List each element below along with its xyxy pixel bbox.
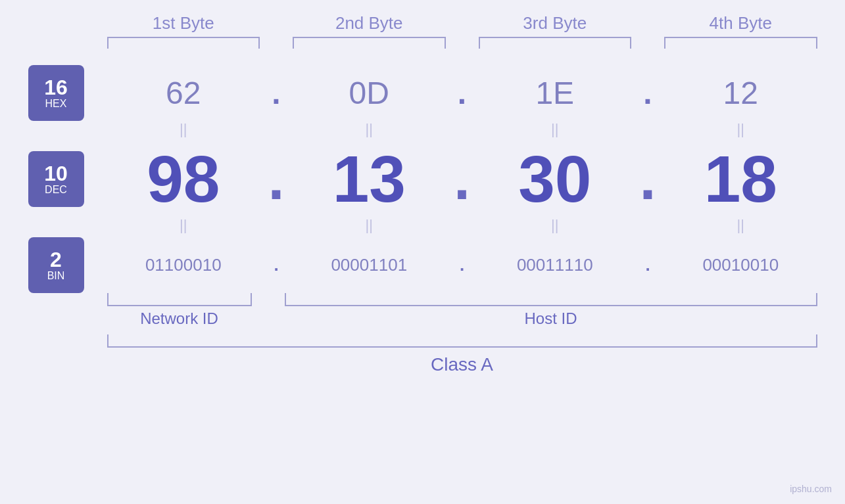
eq-2c: ||: [479, 217, 632, 234]
hex-val-1: 62: [107, 75, 260, 111]
hex-badge: 16 HEX: [28, 65, 84, 121]
watermark: ipshu.com: [790, 484, 832, 494]
host-bracket: [285, 293, 817, 306]
network-id-label: Network ID: [107, 309, 252, 328]
class-label: Class A: [107, 354, 817, 375]
bottom-labels-row: Network ID Host ID: [28, 309, 817, 328]
byte2-header: 2nd Byte: [293, 13, 446, 34]
byte-headers-row: 1st Byte 2nd Byte 3rd Byte 4th Byte: [28, 13, 817, 34]
hex-dot-2: .: [446, 75, 479, 111]
ip-grid: 1st Byte 2nd Byte 3rd Byte 4th Byte 16: [28, 13, 817, 375]
eq-row-1: || || || ||: [28, 121, 817, 138]
eq-2d: ||: [664, 217, 817, 234]
class-bracket: [107, 334, 817, 348]
host-id-label: Host ID: [285, 309, 817, 328]
dec-val-1: 98: [107, 141, 260, 217]
dec-base-number: 10: [44, 163, 68, 184]
byte1-header: 1st Byte: [107, 13, 260, 34]
dec-val-2: 13: [293, 141, 446, 217]
bin-base-label: BIN: [47, 270, 65, 282]
hex-base-label: HEX: [45, 98, 67, 110]
bin-badge-cell: 2 BIN: [28, 237, 107, 293]
network-bracket: [107, 293, 252, 306]
hex-val-3: 1E: [479, 75, 632, 111]
hex-badge-cell: 16 HEX: [28, 65, 107, 121]
hex-val-2: 0D: [293, 75, 446, 111]
bin-val-4: 00010010: [664, 255, 817, 275]
hex-val-4: 12: [664, 75, 817, 111]
hex-dot-3: .: [631, 75, 664, 111]
dec-dot-3: .: [631, 145, 664, 213]
bin-dot-1: .: [260, 255, 293, 275]
hex-base-number: 16: [44, 77, 68, 98]
bin-val-1: 01100010: [107, 255, 260, 275]
class-bracket-container: [28, 334, 817, 348]
dec-badge-cell: 10 DEC: [28, 151, 107, 207]
bin-val-2: 00001101: [293, 255, 446, 275]
bin-val-3: 00011110: [479, 255, 632, 275]
bottom-brackets-row: [28, 293, 817, 306]
bin-base-number: 2: [50, 249, 62, 270]
bin-dot-2: .: [446, 255, 479, 275]
bin-dot-3: .: [631, 255, 664, 275]
dec-base-label: DEC: [45, 184, 67, 196]
dec-val-3: 30: [479, 141, 632, 217]
hex-row: 16 HEX 62 . 0D . 1E . 12: [28, 65, 817, 121]
dec-val-4: 18: [664, 141, 817, 217]
eq-1a: ||: [107, 121, 260, 138]
eq-row-2: || || || ||: [28, 217, 817, 234]
eq-1b: ||: [293, 121, 446, 138]
eq-2a: ||: [107, 217, 260, 234]
bin-row: 2 BIN 01100010 . 00001101 . 00011110 .: [28, 237, 817, 293]
dec-row: 10 DEC 98 . 13 . 30 . 18: [28, 141, 817, 217]
top-brackets-row: [28, 37, 817, 49]
eq-2b: ||: [293, 217, 446, 234]
bracket-top-1: [107, 37, 260, 49]
main-container: 1st Byte 2nd Byte 3rd Byte 4th Byte 16: [0, 0, 845, 504]
eq-1d: ||: [664, 121, 817, 138]
bin-badge: 2 BIN: [28, 237, 84, 293]
byte3-header: 3rd Byte: [479, 13, 632, 34]
bracket-top-3: [479, 37, 632, 49]
class-label-container: Class A: [28, 351, 817, 375]
dec-badge: 10 DEC: [28, 151, 84, 207]
dec-dot-1: .: [260, 145, 293, 213]
byte4-header: 4th Byte: [664, 13, 817, 34]
dec-dot-2: .: [446, 145, 479, 213]
bracket-top-4: [664, 37, 817, 49]
hex-dot-1: .: [260, 75, 293, 111]
eq-1c: ||: [479, 121, 632, 138]
bracket-top-2: [293, 37, 446, 49]
